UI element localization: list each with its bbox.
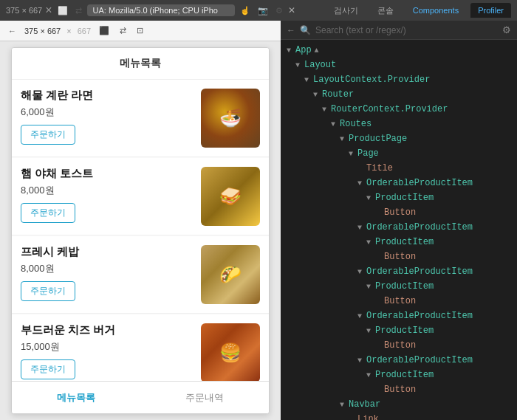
tree-node-name: App (295, 45, 312, 55)
tree-row[interactable]: ▼ProductPage (281, 131, 517, 146)
tree-node-name: RouterContext.Provider (331, 104, 448, 114)
nav-item-menu[interactable]: 메뉴목록 (12, 382, 140, 413)
touch-icon[interactable]: ☝ (238, 5, 253, 16)
rotate-icon[interactable]: ⇄ (117, 25, 129, 36)
tree-row[interactable]: ▼Router (281, 87, 517, 102)
tree-row[interactable]: Button (281, 294, 517, 309)
tree-row[interactable]: ▼LayoutContext.Provider (281, 72, 517, 87)
tree-node-name: ProductPage (349, 134, 407, 144)
component-tree[interactable]: ▼App▲▼Layout▼LayoutContext.Provider▼Rout… (281, 40, 517, 420)
order-button[interactable]: 주문하기 (21, 281, 75, 301)
inspector-tab[interactable]: 검사기 (326, 2, 366, 19)
tree-arrow-icon: ▼ (366, 283, 374, 291)
tree-arrow-icon: ▼ (349, 150, 356, 158)
camera-icon[interactable]: 📷 (256, 5, 270, 16)
phone-frame: 메뉴목록 해물 계란 라면 6,000원 주문하기 🍜 햄 (11, 47, 270, 414)
item-image: 🍔 (201, 323, 260, 381)
tree-row[interactable]: ▼Page (281, 146, 517, 161)
tree-row[interactable]: ▼OrderableProductItem (281, 220, 517, 235)
tree-node-name: OrderableProductItem (366, 266, 473, 277)
responsive-icon[interactable]: ⬛ (97, 25, 112, 36)
tree-arrow-icon: ▼ (340, 401, 347, 409)
browser-bar-left: 375 × 667 × ⬜ ⇄ UA: Mozilla/5.0 (iPhone;… (6, 4, 322, 17)
back-arrow-icon[interactable]: ← (6, 26, 18, 36)
menu-list[interactable]: 해물 계란 라면 6,000원 주문하기 🍜 햄 야채 토스트 8,000원 주… (12, 80, 269, 381)
menu-item-info: 프레시 케밥 8,000원 주문하기 (21, 245, 192, 301)
settings-icon[interactable]: ⚙ (273, 5, 285, 16)
menu-item-info: 햄 야채 토스트 8,000원 주문하기 (21, 167, 192, 223)
item-price: 8,000원 (21, 184, 192, 197)
ua-label: UA: Mozilla/5.0 (iPhone; CPU iPho (87, 4, 235, 16)
responsive-btn[interactable]: ⬜ (55, 5, 70, 16)
tree-row[interactable]: Link (281, 412, 517, 420)
tree-row[interactable]: ▼ProductItem (281, 279, 517, 294)
item-image: 🍜 (201, 89, 260, 148)
search-input[interactable] (315, 25, 498, 35)
tree-arrow-icon: ▼ (366, 327, 374, 335)
orientation-btn[interactable]: ⇄ (73, 5, 84, 16)
tree-node-name: Button (384, 252, 416, 262)
components-tab[interactable]: Components (405, 3, 466, 18)
fit-icon[interactable]: ⊡ (134, 25, 145, 36)
tree-node-name: LayoutContext.Provider (313, 75, 430, 85)
tree-row[interactable]: ▼Routes (281, 117, 517, 131)
tree-arrow-icon: ▼ (322, 106, 329, 114)
item-price: 6,000원 (21, 106, 192, 119)
devtools-panel: ← 🔍 ⚙ ▼App▲▼Layout▼LayoutContext.Provide… (281, 21, 517, 420)
tree-row[interactable]: Button (281, 205, 517, 220)
tree-arrow-icon: ▼ (366, 238, 374, 247)
console-tab[interactable]: 콘솔 (370, 2, 401, 19)
tree-row[interactable]: ▼OrderableProductItem (281, 176, 517, 190)
sim-dimensions: 375 × 667 (24, 27, 61, 35)
tree-node-name: Button (384, 340, 416, 351)
tree-node-name: Button (384, 207, 416, 218)
item-image: 🥪 (201, 167, 260, 226)
tree-row[interactable]: ▼Navbar (281, 397, 517, 412)
tree-row[interactable]: ▼OrderableProductItem (281, 264, 517, 279)
tree-arrow-icon: ▼ (366, 371, 374, 379)
item-name: 햄 야채 토스트 (21, 167, 192, 181)
item-price: 15,000원 (21, 340, 192, 354)
dimensions-label: 375 × 667 (6, 6, 42, 15)
tree-node-name: ProductItem (375, 193, 434, 203)
tree-row[interactable]: ▼RouterContext.Provider (281, 102, 517, 117)
search-icon: 🔍 (300, 25, 311, 35)
close-btn[interactable]: ✕ (288, 5, 295, 16)
tree-node-name: OrderableProductItem (366, 311, 473, 321)
profiler-tab[interactable]: Profiler (470, 3, 511, 18)
tree-arrow-icon: ▼ (366, 194, 374, 202)
tree-row[interactable]: ▼ProductItem (281, 190, 517, 205)
tree-row[interactable]: ▼ProductItem (281, 235, 517, 249)
tree-node-name: OrderableProductItem (366, 178, 473, 188)
tree-row[interactable]: ▼Layout (281, 58, 517, 72)
tree-row[interactable]: ▼ProductItem (281, 368, 517, 382)
tree-row[interactable]: Button (281, 382, 517, 397)
simulator-panel: ← 375 × 667 × 667 ⬛ ⇄ ⊡ 메뉴목록 해물 계란 라면 6,… (0, 21, 281, 420)
item-image: 🌮 (201, 245, 260, 304)
tree-row[interactable]: Title (281, 161, 517, 176)
order-button[interactable]: 주문하기 (21, 125, 75, 145)
order-button[interactable]: 주문하기 (21, 359, 75, 379)
tree-row[interactable]: ▼ProductItem (281, 323, 517, 338)
tree-node-name: ProductItem (375, 281, 434, 292)
menu-item-info: 부드러운 치즈 버거 15,000원 주문하기 (21, 323, 192, 379)
tree-node-name: OrderableProductItem (366, 222, 473, 233)
nav-orders-label: 주문내역 (185, 391, 224, 404)
tree-row[interactable]: ▼OrderableProductItem (281, 309, 517, 323)
tree-node-name: Title (366, 163, 393, 173)
tree-arrow-icon: ▼ (357, 312, 365, 320)
tree-row[interactable]: Button (281, 249, 517, 264)
tree-row[interactable]: Button (281, 338, 517, 353)
devtools-search-bar: ← 🔍 ⚙ (281, 21, 517, 40)
browser-toolbar: 375 × 667 × ⬜ ⇄ UA: Mozilla/5.0 (iPhone;… (0, 0, 517, 21)
settings-icon[interactable]: ⚙ (502, 24, 511, 35)
tree-arrow-icon: ▼ (295, 61, 303, 69)
nav-item-orders[interactable]: 주문내역 (140, 382, 269, 413)
tree-arrow-icon: ▼ (331, 120, 338, 128)
bottom-nav: 메뉴목록 주문내역 (12, 381, 269, 413)
order-button[interactable]: 주문하기 (21, 203, 75, 223)
tree-row[interactable]: ▼App▲ (281, 43, 517, 58)
tree-row[interactable]: ▼OrderableProductItem (281, 353, 517, 368)
tree-arrow-icon: ▼ (287, 47, 294, 55)
back-arrow-icon[interactable]: ← (287, 25, 295, 35)
